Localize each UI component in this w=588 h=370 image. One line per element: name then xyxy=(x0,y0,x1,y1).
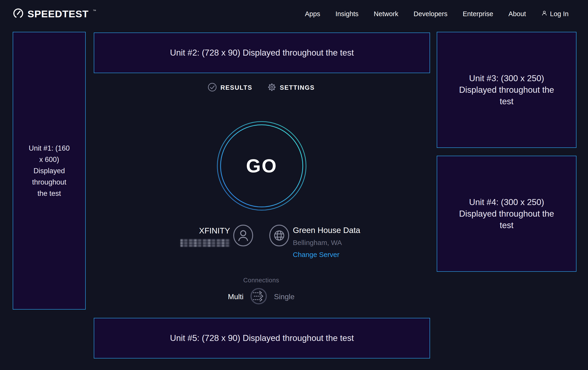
ad-unit-3-label: Unit #3: (300 x 250) Displayed throughou… xyxy=(457,73,556,107)
ad-unit-1-skyscraper[interactable]: Unit #1: (160 x 600) Displayed throughou… xyxy=(13,32,86,310)
ad-unit-2-leaderboard[interactable]: Unit #2: (728 x 90) Displayed throughout… xyxy=(94,32,430,73)
check-circle-icon xyxy=(208,83,217,93)
ip-address-redacted xyxy=(180,239,230,247)
isp-name: XFINITY xyxy=(86,226,230,235)
ad-unit-1-label: Unit #1: (160 x 600) Displayed throughou… xyxy=(27,142,71,199)
server-name: Green House Data xyxy=(293,226,360,235)
connections-toggle-row: Multi Single xyxy=(86,287,437,306)
isp-person-icon xyxy=(233,224,253,248)
brand-trademark: ™ xyxy=(93,9,96,13)
server-block: Green House Data Bellingham, WA Change S… xyxy=(293,226,360,259)
connections-multi-option[interactable]: Multi xyxy=(228,292,244,301)
speedtest-logo[interactable]: SPEEDTEST ™ xyxy=(13,0,96,28)
go-button[interactable]: GO xyxy=(216,121,307,211)
tab-settings[interactable]: SETTINGS xyxy=(267,83,315,93)
tab-results[interactable]: RESULTS xyxy=(208,83,252,93)
nav-item-apps[interactable]: Apps xyxy=(305,10,320,18)
server-globe-icon xyxy=(269,224,290,248)
connections-single-option[interactable]: Single xyxy=(274,292,294,301)
nav-item-developers[interactable]: Developers xyxy=(414,10,448,18)
server-location: Bellingham, WA xyxy=(293,239,360,247)
nav-item-enterprise[interactable]: Enterprise xyxy=(462,10,493,18)
tab-settings-label: SETTINGS xyxy=(280,84,315,91)
go-button-label: GO xyxy=(216,121,307,211)
login-button[interactable]: Log In xyxy=(541,10,569,18)
brand-name: SPEEDTEST xyxy=(28,8,89,20)
ad-unit-5-label: Unit #5: (728 x 90) Displayed throughout… xyxy=(170,332,354,344)
ad-unit-4-rectangle[interactable]: Unit #4: (300 x 250) Displayed throughou… xyxy=(437,156,577,272)
speedtest-page: { "colors": { "page_bg": "#111321", "ad_… xyxy=(0,0,588,370)
nav-item-insights[interactable]: Insights xyxy=(335,10,358,18)
connections-title: Connections xyxy=(86,277,437,284)
ad-unit-4-label: Unit #4: (300 x 250) Displayed throughou… xyxy=(457,197,556,231)
main-nav: Apps Insights Network Developers Enterpr… xyxy=(305,0,569,28)
user-icon xyxy=(541,10,547,18)
multi-connection-toggle-icon[interactable] xyxy=(250,287,267,306)
ad-unit-3-rectangle[interactable]: Unit #3: (300 x 250) Displayed throughou… xyxy=(437,32,577,148)
tab-results-label: RESULTS xyxy=(220,84,252,91)
gear-icon xyxy=(267,83,276,93)
ad-unit-5-leaderboard[interactable]: Unit #5: (728 x 90) Displayed throughout… xyxy=(94,318,430,359)
gauge-logo-icon xyxy=(13,8,24,20)
login-label: Log In xyxy=(550,10,569,18)
isp-block: XFINITY xyxy=(86,226,230,247)
connections-section: Connections Multi Single xyxy=(86,277,437,306)
ad-unit-2-label: Unit #2: (728 x 90) Displayed throughout… xyxy=(170,47,354,59)
change-server-link[interactable]: Change Server xyxy=(293,250,360,259)
nav-item-about[interactable]: About xyxy=(509,10,526,18)
nav-item-network[interactable]: Network xyxy=(374,10,398,18)
results-settings-tabs: RESULTS SETTINGS xyxy=(86,83,437,93)
top-nav-bar: SPEEDTEST ™ Apps Insights Network Develo… xyxy=(0,0,588,28)
connection-info-row: XFINITY Green House Data Bellingham, WA … xyxy=(86,221,437,272)
